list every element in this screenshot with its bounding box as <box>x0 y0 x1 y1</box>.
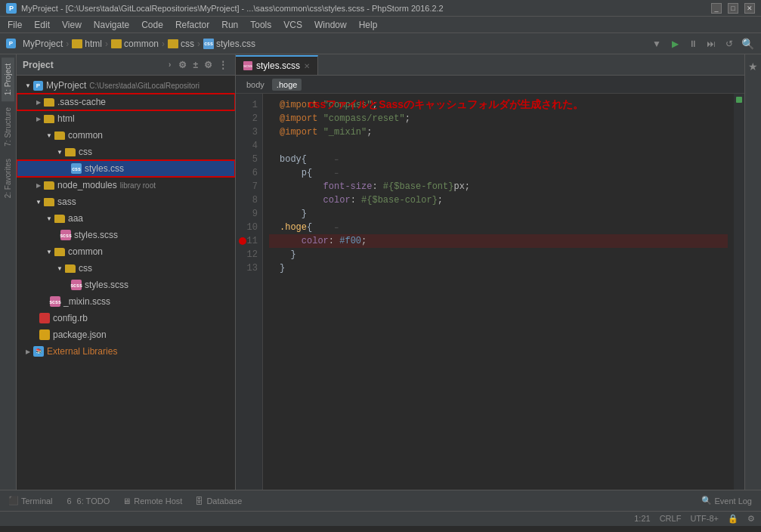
breadcrumb-hoge[interactable]: .hoge <box>272 79 302 91</box>
status-terminal-btn[interactable]: ⬛ Terminal <box>6 495 56 507</box>
nav-refresh-btn[interactable]: ↺ <box>722 36 737 51</box>
aaa-label: aaa <box>68 213 83 224</box>
file-icon-scss-aaa: scss <box>60 230 71 240</box>
file-icon-json <box>39 329 50 340</box>
nav-dropdown-btn[interactable]: ▼ <box>649 36 664 51</box>
minimize-button[interactable]: _ <box>711 3 722 14</box>
fold-btn-10[interactable]: − <box>334 224 338 232</box>
tree-item-config-rb[interactable]: config.rb <box>17 310 235 326</box>
project-panel-title: Project <box>23 60 162 70</box>
tree-item-ext-libraries[interactable]: ▶ 📚 External Libraries <box>17 343 235 360</box>
tab-close-btn[interactable]: ✕ <box>304 62 310 70</box>
nav-folder-icon-common <box>111 39 122 48</box>
menu-tools[interactable]: Tools <box>246 18 276 32</box>
todo-label: 6: TODO <box>77 496 110 506</box>
encoding[interactable]: UTF-8+ <box>690 514 719 524</box>
project-icon: P <box>6 39 16 48</box>
tree-item-aaa-styles-scss[interactable]: scss styles.scss <box>17 227 235 243</box>
project-settings-icon[interactable]: ⚙ <box>203 58 214 72</box>
maximize-button[interactable]: □ <box>728 3 738 14</box>
menu-vcs[interactable]: VCS <box>279 18 307 32</box>
tree-item-css[interactable]: ▼ css <box>17 144 235 160</box>
tree-item-node-modules[interactable]: ▶ node_modules library root <box>17 177 235 193</box>
nav-sep3: › <box>162 39 165 49</box>
css-label: css <box>79 147 92 157</box>
menu-view[interactable]: View <box>57 18 86 32</box>
menu-refactor[interactable]: Refactor <box>171 18 214 32</box>
status-bar: ⬛ Terminal 6 6: TODO 🖥 Remote Host 🗄 Dat… <box>0 490 761 511</box>
cursor-position: 1:21 <box>634 514 650 524</box>
ln-4: 4 <box>236 139 262 153</box>
indent-12 <box>280 249 290 260</box>
tree-item-html[interactable]: ▶ html <box>17 110 235 127</box>
menu-edit[interactable]: Edit <box>29 18 54 32</box>
tree-item-aaa[interactable]: ▼ aaa <box>17 210 235 227</box>
file-icon-scss-mixin: scss <box>50 296 60 307</box>
title-bar: P MyProject - [C:\Users\tada\GitLocalRep… <box>0 0 761 17</box>
project-sync-icon[interactable]: ⚙ <box>177 58 188 72</box>
line-ending[interactable]: CRLF <box>660 514 682 524</box>
status-remote-host-btn[interactable]: 🖥 Remote Host <box>119 495 185 507</box>
right-gutter <box>734 94 744 490</box>
status-todo-btn[interactable]: 6 6: TODO <box>62 495 113 507</box>
tree-item-root[interactable]: ▼ P MyProject C:\Users\tada\GitLocalRepo… <box>17 77 235 94</box>
tree-item-sass[interactable]: ▼ sass <box>17 193 235 210</box>
nav-run-btn[interactable]: ▶ <box>667 36 682 51</box>
tree-item-sass-common-css[interactable]: ▼ css <box>17 260 235 277</box>
folder-icon-sass-common-css <box>65 264 76 273</box>
semi-8: ; <box>438 195 443 206</box>
favorites-star-icon[interactable]: ★ <box>745 57 761 76</box>
tree-item-sass-cache[interactable]: ▶ .sass-cache <box>17 94 235 110</box>
nav-coverage-btn[interactable]: ⏭ <box>704 36 719 51</box>
colon-7: : <box>372 181 382 192</box>
ln-12: 12 <box>236 248 262 261</box>
sidebar-tab-structure[interactable]: 7: Structure <box>2 101 14 153</box>
project-more-icon[interactable]: ⋮ <box>217 58 229 72</box>
sass-label: sass <box>57 196 76 207</box>
menu-navigate[interactable]: Navigate <box>89 18 134 32</box>
nav-find-btn[interactable]: 🔍 <box>740 36 755 51</box>
event-log-btn[interactable]: 🔍 Event Log <box>699 495 755 507</box>
terminal-label: Terminal <box>21 496 53 506</box>
editor-tab-styles-scss[interactable]: scss styles.scss ✕ <box>236 55 318 75</box>
project-collapse-icon[interactable]: ± <box>191 58 200 72</box>
menu-help[interactable]: Help <box>354 18 382 32</box>
nav-css[interactable]: css <box>168 39 194 49</box>
tree-item-sass-common-styles-scss[interactable]: scss styles.scss <box>17 277 235 293</box>
fold-btn-6[interactable]: − <box>334 170 338 178</box>
nav-debug-btn[interactable]: ⏸ <box>685 36 701 51</box>
nav-common[interactable]: common <box>111 39 159 49</box>
sidebar-tab-project[interactable]: 1: Project <box>2 57 14 101</box>
fold-btn-5[interactable]: − <box>334 156 338 164</box>
sidebar-tab-favorites[interactable]: 2: Favorites <box>2 153 14 204</box>
code-line-11: color : #f00 ; <box>269 234 728 248</box>
ext-lib-icon: 📚 <box>33 346 44 357</box>
status-database-btn[interactable]: 🗄 Database <box>191 495 245 507</box>
tree-item-common[interactable]: ▼ common <box>17 127 235 144</box>
hash-base-font: #{$base-font} <box>383 181 454 192</box>
prop-color-11: color <box>302 236 329 246</box>
code-line-10: − .hoge { <box>269 221 728 234</box>
nav-styles-css[interactable]: css styles.css <box>203 39 255 49</box>
project-header-icons: ⚙ ± ⚙ ⋮ <box>177 58 229 72</box>
remote-host-label: Remote Host <box>134 496 182 506</box>
close-button[interactable]: ✕ <box>744 3 755 14</box>
menu-run[interactable]: Run <box>217 18 243 32</box>
tree-item-sass-common[interactable]: ▼ common <box>17 243 235 260</box>
tree-item-styles-css[interactable]: css styles.css <box>17 160 235 177</box>
menu-window[interactable]: Window <box>310 18 351 32</box>
code-content[interactable]: cssファイルとSassのキャッシュフォルダが生成された。 @import "c… <box>263 94 734 490</box>
breadcrumb-body[interactable]: body <box>242 79 269 91</box>
menu-file[interactable]: File <box>3 18 26 32</box>
nav-html[interactable]: html <box>72 39 102 49</box>
terminal-icon: ⬛ <box>9 496 18 506</box>
str-mixin: "_mixin" <box>323 127 367 138</box>
root-project-icon: P <box>33 81 43 91</box>
settings-icon-bottom[interactable]: ⚙ <box>747 514 755 524</box>
package-json-label: package.json <box>53 329 107 340</box>
tree-item-mixin[interactable]: scss _mixin.scss <box>17 293 235 310</box>
nav-myproject-label: MyProject <box>23 39 63 49</box>
nav-myproject[interactable]: P MyProject <box>6 39 63 49</box>
tree-item-package-json[interactable]: package.json <box>17 326 235 343</box>
menu-code[interactable]: Code <box>137 18 168 32</box>
